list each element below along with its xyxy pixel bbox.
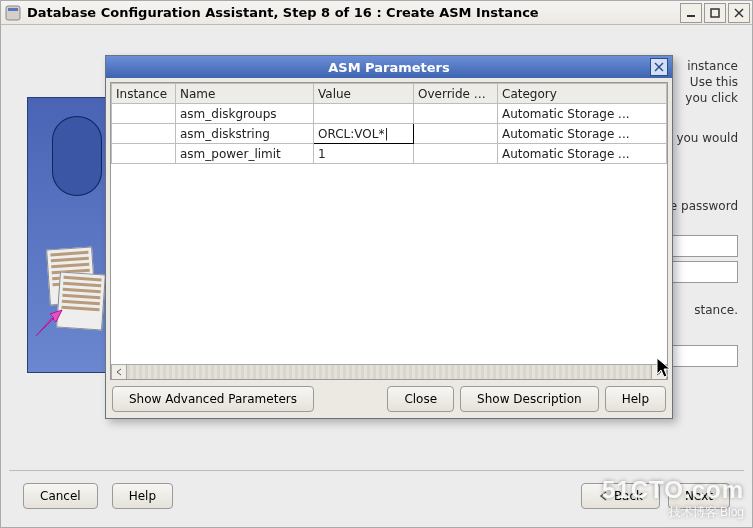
app-icon [5, 5, 21, 21]
cell-name[interactable]: asm_diskgroups [176, 104, 314, 124]
cell-category[interactable]: Automatic Storage ... [498, 144, 667, 164]
cell-value[interactable] [314, 104, 414, 124]
show-description-button[interactable]: Show Description [460, 386, 599, 412]
parameters-table-container: Instance Name Value Override D... Catego… [110, 82, 668, 380]
bg-text: you would [676, 131, 738, 145]
table-row[interactable]: asm_diskstringORCL:VOL*|Automatic Storag… [112, 124, 667, 144]
cell-category[interactable]: Automatic Storage ... [498, 124, 667, 144]
bg-text: you click [685, 91, 738, 105]
cell-override[interactable] [414, 124, 498, 144]
cell-name[interactable]: asm_power_limit [176, 144, 314, 164]
help-button[interactable]: Help [112, 483, 173, 509]
svg-rect-2 [687, 15, 695, 17]
dialog-help-button[interactable]: Help [605, 386, 666, 412]
cell-value[interactable]: ORCL:VOL*| [314, 124, 414, 144]
minimize-button[interactable] [680, 3, 702, 23]
scroll-left-button[interactable] [111, 365, 127, 379]
asm-parameters-dialog: ASM Parameters Instance Name Value Overr… [105, 55, 673, 419]
svg-rect-3 [711, 9, 719, 17]
back-button[interactable]: Back [581, 483, 660, 509]
parameters-table[interactable]: Instance Name Value Override D... Catego… [111, 83, 667, 164]
cell-instance[interactable] [112, 124, 176, 144]
show-advanced-button[interactable]: Show Advanced Parameters [112, 386, 314, 412]
maximize-button[interactable] [704, 3, 726, 23]
separator [9, 470, 744, 471]
bg-text: Use this [690, 75, 738, 89]
cell-category[interactable]: Automatic Storage ... [498, 104, 667, 124]
cancel-button[interactable]: Cancel [23, 483, 98, 509]
bg-text: e password [670, 199, 738, 213]
cell-override[interactable] [414, 104, 498, 124]
titlebar: Database Configuration Assistant, Step 8… [1, 1, 752, 25]
window-controls [680, 3, 750, 23]
cell-value[interactable]: 1 [314, 144, 414, 164]
close-button[interactable] [728, 3, 750, 23]
col-override[interactable]: Override D... [414, 84, 498, 104]
cell-name[interactable]: asm_diskstring [176, 124, 314, 144]
app-window: Database Configuration Assistant, Step 8… [0, 0, 753, 528]
nav-bar: Cancel Help Back Next [23, 483, 730, 509]
bg-text: stance. [694, 303, 738, 317]
scroll-track[interactable] [127, 365, 651, 379]
cell-instance[interactable] [112, 104, 176, 124]
dialog-button-row: Show Advanced Parameters Close Show Desc… [110, 380, 668, 414]
svg-marker-6 [36, 310, 62, 336]
col-category[interactable]: Category [498, 84, 667, 104]
col-instance[interactable]: Instance [112, 84, 176, 104]
next-button[interactable]: Next [668, 483, 730, 509]
sidebar-graphic [27, 97, 111, 373]
horizontal-scrollbar[interactable] [111, 364, 667, 379]
table-row[interactable]: asm_power_limit1Automatic Storage ... [112, 144, 667, 164]
dialog-titlebar: ASM Parameters [106, 56, 672, 78]
close-icon [654, 62, 664, 72]
cell-override[interactable] [414, 144, 498, 164]
svg-rect-1 [8, 8, 18, 11]
col-name[interactable]: Name [176, 84, 314, 104]
cell-instance[interactable] [112, 144, 176, 164]
dialog-title: ASM Parameters [128, 60, 650, 75]
dialog-close-button[interactable] [650, 58, 668, 76]
table-row[interactable]: asm_diskgroupsAutomatic Storage ... [112, 104, 667, 124]
bg-text: instance [687, 59, 738, 73]
col-value[interactable]: Value [314, 84, 414, 104]
dialog-body: Instance Name Value Override D... Catego… [106, 78, 672, 418]
scroll-right-button[interactable] [651, 365, 667, 379]
close-button[interactable]: Close [387, 386, 454, 412]
chevron-left-icon [598, 491, 610, 501]
window-title: Database Configuration Assistant, Step 8… [27, 5, 539, 20]
